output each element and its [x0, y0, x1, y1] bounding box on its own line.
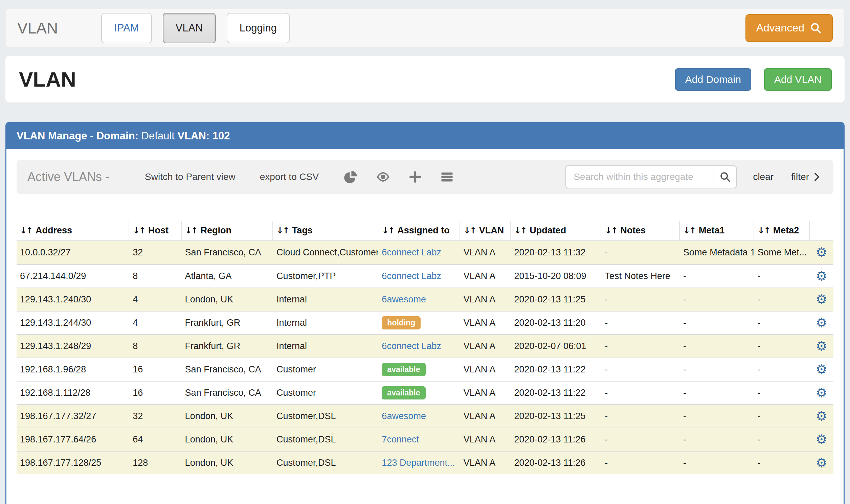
cell-updated: 2020-02-13 11:32 — [511, 247, 601, 258]
cell-meta1: - — [680, 294, 754, 305]
column-header-region[interactable]: ↓↑Region — [182, 221, 273, 240]
tab-vlan[interactable]: VLAN — [163, 13, 216, 43]
cell-notes: - — [601, 458, 680, 468]
filter-link[interactable]: filter — [791, 172, 820, 182]
cell-actions: ⚙ — [810, 316, 833, 329]
row-actions-gear-icon[interactable]: ⚙ — [816, 270, 827, 283]
cell-actions: ⚙ — [810, 386, 833, 399]
cell-tags: Customer,DSL — [273, 458, 378, 468]
row-actions-gear-icon[interactable]: ⚙ — [816, 316, 827, 329]
export-csv-link[interactable]: export to CSV — [260, 172, 319, 182]
advanced-search-button[interactable]: Advanced — [745, 14, 833, 42]
cell-region: San Francisco, CA — [182, 247, 273, 258]
cell-vlan: VLAN A — [460, 411, 511, 421]
cell-address: 129.143.1.244/30 — [17, 318, 129, 328]
chevron-right-icon — [813, 173, 820, 181]
table-row: 129.143.1.240/304London, UKInternal6awes… — [17, 288, 833, 311]
assigned-to-link[interactable]: 6connect Labz — [382, 341, 441, 351]
assigned-to-link[interactable]: 7connect — [382, 434, 419, 445]
cell-address: 198.167.177.32/27 — [17, 411, 129, 421]
column-label: Meta1 — [699, 225, 725, 236]
row-actions-gear-icon[interactable]: ⚙ — [816, 340, 827, 353]
eye-icon[interactable] — [376, 169, 390, 184]
column-header-notes[interactable]: ↓↑Notes — [601, 221, 680, 240]
cell-address: 192.168.1.112/28 — [17, 388, 129, 398]
sort-icon: ↓↑ — [132, 226, 145, 235]
sort-icon: ↓↑ — [683, 226, 695, 235]
cell-vlan: VLAN A — [460, 458, 511, 468]
assigned-to-link[interactable]: 6awesome — [382, 294, 426, 304]
row-actions-gear-icon[interactable]: ⚙ — [816, 410, 827, 422]
row-actions-gear-icon[interactable]: ⚙ — [816, 246, 827, 259]
panel-header-text: 102 — [210, 130, 230, 142]
cell-meta1: - — [680, 341, 754, 352]
row-actions-gear-icon[interactable]: ⚙ — [816, 363, 827, 376]
column-header-meta2[interactable]: ↓↑Meta2 — [754, 221, 810, 240]
nav-tabs: IPAMVLANLogging — [101, 13, 300, 43]
table-row: 10.0.0.32/2732San Francisco, CACloud Con… — [17, 241, 833, 264]
cell-region: London, UK — [182, 434, 273, 445]
row-actions-gear-icon[interactable]: ⚙ — [816, 433, 827, 446]
cell-vlan: VLAN A — [460, 341, 511, 352]
cell-updated: 2015-10-20 08:09 — [511, 271, 601, 282]
search-group — [565, 165, 737, 188]
cell-meta1: - — [680, 434, 754, 445]
vlan-table: ↓↑Address↓↑Host↓↑Region↓↑Tags↓↑Assigned … — [17, 221, 833, 474]
column-label: Tags — [292, 225, 313, 236]
add-domain-button[interactable]: Add Domain — [675, 68, 751, 91]
cell-assigned: available — [378, 386, 460, 399]
row-actions-gear-icon[interactable]: ⚙ — [816, 456, 827, 469]
sort-icon: ↓↑ — [758, 226, 770, 235]
search-submit-button[interactable] — [714, 165, 737, 188]
menu-icon[interactable] — [440, 170, 454, 184]
assigned-to-link[interactable]: 6connect Labz — [382, 271, 441, 281]
cell-vlan: VLAN A — [460, 247, 511, 258]
switch-parent-view-link[interactable]: Switch to Parent view — [145, 172, 235, 182]
clear-link[interactable]: clear — [753, 172, 774, 182]
column-header-address[interactable]: ↓↑Address — [17, 221, 129, 240]
column-header-assigned[interactable]: ↓↑Assigned to — [378, 221, 460, 240]
add-vlan-button[interactable]: Add VLAN — [764, 68, 832, 91]
aggregate-search-input[interactable] — [565, 165, 714, 188]
cell-host: 128 — [129, 458, 181, 468]
cell-assigned: 6awesome — [378, 411, 460, 421]
cell-meta2: Some Met... — [754, 247, 810, 258]
column-header-updated[interactable]: ↓↑Updated — [511, 221, 601, 240]
filter-link-label: filter — [791, 172, 809, 182]
cell-meta1: - — [680, 318, 754, 328]
tab-logging[interactable]: Logging — [227, 13, 290, 43]
table-row: 192.168.1.112/2816San Francisco, CACusto… — [17, 381, 833, 404]
search-icon — [810, 22, 822, 34]
plus-icon[interactable] — [408, 170, 422, 184]
cell-notes: - — [601, 388, 680, 398]
tab-ipam[interactable]: IPAM — [101, 13, 152, 43]
pie-chart-icon[interactable] — [343, 169, 358, 184]
assigned-to-link[interactable]: 6connect Labz — [382, 247, 441, 257]
cell-meta2: - — [754, 341, 810, 352]
sort-icon: ↓↑ — [382, 226, 394, 235]
table-row: 198.167.177.64/2664London, UKCustomer,DS… — [17, 428, 833, 451]
table-row: 198.167.177.32/2732London, UKCustomer,DS… — [17, 404, 833, 428]
cell-address: 198.167.177.64/26 — [17, 434, 129, 445]
column-header-host[interactable]: ↓↑Host — [129, 221, 181, 240]
top-nav-bar: VLAN IPAMVLANLogging Advanced — [5, 9, 845, 47]
assigned-to-link[interactable]: 6awesome — [382, 411, 426, 421]
row-actions-gear-icon[interactable]: ⚙ — [816, 293, 827, 306]
column-header-tags[interactable]: ↓↑Tags — [273, 221, 378, 240]
cell-assigned: 6connect Labz — [378, 341, 460, 352]
cell-meta2: - — [754, 388, 810, 398]
cell-tags: Internal — [273, 341, 378, 352]
row-actions-gear-icon[interactable]: ⚙ — [816, 386, 827, 399]
column-header-vlan[interactable]: ↓↑VLAN — [460, 221, 511, 240]
cell-actions: ⚙ — [810, 270, 833, 283]
cell-assigned: available — [378, 363, 460, 376]
assigned-to-link[interactable]: 123 Department... — [382, 458, 455, 468]
column-label: Address — [36, 225, 72, 236]
cell-region: London, UK — [182, 411, 273, 421]
cell-notes: - — [601, 294, 680, 305]
sort-icon: ↓↑ — [185, 226, 197, 235]
cell-host: 8 — [129, 271, 181, 282]
column-header-meta1[interactable]: ↓↑Meta1 — [680, 221, 754, 240]
column-label: Assigned to — [397, 225, 450, 236]
search-icon — [720, 171, 731, 183]
